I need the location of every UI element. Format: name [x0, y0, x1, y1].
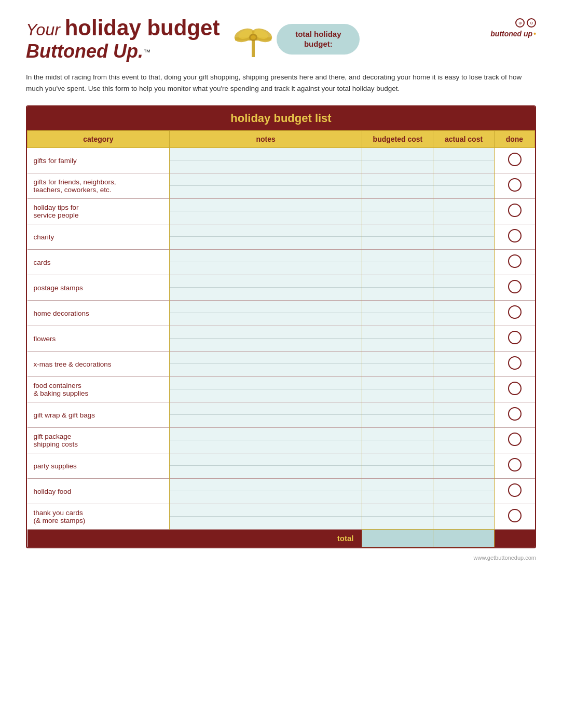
done-checkbox[interactable] [508, 356, 522, 370]
done-checkbox[interactable] [508, 331, 522, 344]
actual-line[interactable] [433, 211, 494, 224]
actual-line[interactable] [433, 148, 494, 160]
actual-line[interactable] [433, 313, 494, 326]
done-checkbox[interactable] [508, 305, 522, 319]
actual-cost-cell[interactable] [433, 173, 494, 199]
actual-line[interactable] [433, 237, 494, 249]
actual-cost-cell[interactable] [433, 402, 494, 428]
note-line[interactable] [170, 479, 362, 491]
note-line[interactable] [170, 301, 362, 313]
note-line[interactable] [170, 288, 362, 300]
done-cell[interactable] [494, 173, 534, 199]
budgeted-cost-cell[interactable] [362, 148, 433, 173]
notes-cell[interactable] [169, 504, 362, 530]
note-line[interactable] [170, 250, 362, 262]
budget-line[interactable] [362, 504, 433, 517]
actual-line[interactable] [433, 199, 494, 211]
done-checkbox[interactable] [508, 178, 522, 192]
budget-line[interactable] [362, 415, 433, 427]
actual-line[interactable] [433, 517, 494, 529]
actual-cost-cell[interactable] [433, 504, 494, 530]
done-cell[interactable] [494, 504, 534, 530]
budget-line[interactable] [362, 428, 433, 440]
done-checkbox[interactable] [508, 483, 522, 497]
note-line[interactable] [170, 148, 362, 160]
actual-cost-cell[interactable] [433, 479, 494, 504]
notes-cell[interactable] [169, 479, 362, 504]
actual-cost-cell[interactable] [433, 326, 494, 352]
budget-line[interactable] [362, 288, 433, 300]
budget-line[interactable] [362, 186, 433, 198]
actual-cost-cell[interactable] [433, 275, 494, 301]
budget-line[interactable] [362, 237, 433, 249]
note-line[interactable] [170, 415, 362, 427]
note-line[interactable] [170, 517, 362, 529]
actual-line[interactable] [433, 262, 494, 275]
actual-line[interactable] [433, 402, 494, 415]
done-cell[interactable] [494, 148, 534, 173]
actual-line[interactable] [433, 389, 494, 402]
note-line[interactable] [170, 453, 362, 466]
done-checkbox[interactable] [508, 280, 522, 293]
note-line[interactable] [170, 224, 362, 237]
actual-cost-cell[interactable] [433, 352, 494, 377]
budget-line[interactable] [362, 160, 433, 173]
budget-line[interactable] [362, 326, 433, 339]
actual-line[interactable] [433, 224, 494, 237]
notes-cell[interactable] [169, 224, 362, 250]
done-cell[interactable] [494, 199, 534, 224]
actual-line[interactable] [433, 275, 494, 288]
actual-cost-cell[interactable] [433, 199, 494, 224]
budget-line[interactable] [362, 224, 433, 237]
done-checkbox[interactable] [508, 382, 522, 395]
budget-line[interactable] [362, 250, 433, 262]
budgeted-cost-cell[interactable] [362, 377, 433, 402]
done-cell[interactable] [494, 224, 534, 250]
done-checkbox[interactable] [508, 229, 522, 242]
actual-line[interactable] [433, 326, 494, 339]
note-line[interactable] [170, 491, 362, 504]
note-line[interactable] [170, 377, 362, 389]
notes-cell[interactable] [169, 148, 362, 173]
done-cell[interactable] [494, 479, 534, 504]
actual-line[interactable] [433, 377, 494, 389]
budget-line[interactable] [362, 389, 433, 402]
actual-line[interactable] [433, 250, 494, 262]
note-line[interactable] [170, 326, 362, 339]
budget-line[interactable] [362, 479, 433, 491]
actual-line[interactable] [433, 466, 494, 478]
actual-line[interactable] [433, 160, 494, 173]
actual-line[interactable] [433, 453, 494, 466]
done-cell[interactable] [494, 377, 534, 402]
done-checkbox[interactable] [508, 458, 522, 471]
budget-line[interactable] [362, 453, 433, 466]
note-line[interactable] [170, 466, 362, 478]
note-line[interactable] [170, 160, 362, 173]
budget-line[interactable] [362, 377, 433, 389]
done-cell[interactable] [494, 352, 534, 377]
notes-cell[interactable] [169, 402, 362, 428]
budgeted-cost-cell[interactable] [362, 301, 433, 326]
actual-line[interactable] [433, 186, 494, 198]
notes-cell[interactable] [169, 428, 362, 453]
budgeted-cost-cell[interactable] [362, 250, 433, 275]
done-checkbox[interactable] [508, 254, 522, 268]
note-line[interactable] [170, 364, 362, 376]
notes-cell[interactable] [169, 326, 362, 352]
note-line[interactable] [170, 440, 362, 453]
budget-line[interactable] [362, 352, 433, 364]
notes-cell[interactable] [169, 275, 362, 301]
budget-line[interactable] [362, 275, 433, 288]
actual-cost-cell[interactable] [433, 301, 494, 326]
note-line[interactable] [170, 504, 362, 517]
budget-line[interactable] [362, 313, 433, 326]
budget-line[interactable] [362, 517, 433, 529]
budgeted-cost-cell[interactable] [362, 224, 433, 250]
actual-line[interactable] [433, 364, 494, 376]
note-line[interactable] [170, 339, 362, 351]
budgeted-cost-cell[interactable] [362, 402, 433, 428]
actual-line[interactable] [433, 415, 494, 427]
notes-cell[interactable] [169, 173, 362, 199]
notes-cell[interactable] [169, 453, 362, 479]
budget-line[interactable] [362, 199, 433, 211]
